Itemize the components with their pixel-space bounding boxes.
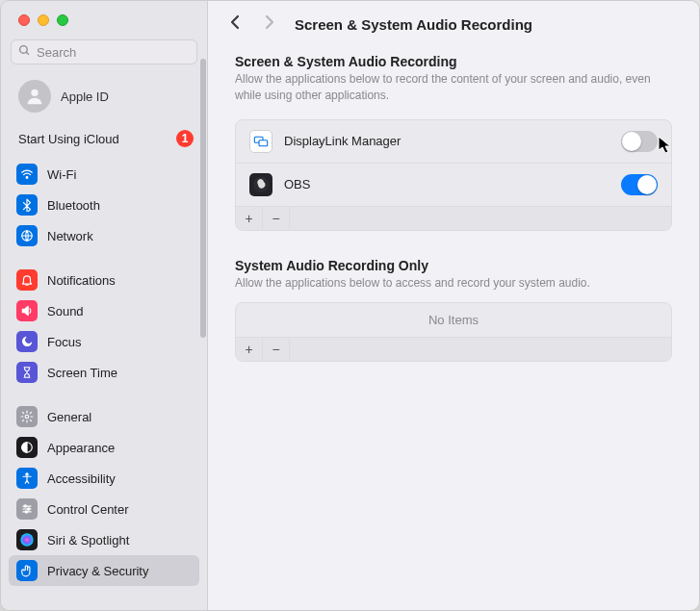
- search-icon: [18, 44, 31, 60]
- page-title: Screen & System Audio Recording: [295, 16, 532, 33]
- app-row-displaylink-manager: DisplayLink Manager: [236, 120, 671, 164]
- back-button[interactable]: [225, 14, 245, 35]
- bell-icon: [16, 269, 38, 291]
- svg-point-12: [28, 508, 30, 510]
- avatar: [18, 80, 51, 113]
- sidebar-item-network[interactable]: Network: [9, 220, 199, 251]
- sidebar-item-label: Focus: [47, 335, 81, 349]
- appearance-icon: [16, 437, 38, 458]
- icloud-row[interactable]: Start Using iCloud 1: [1, 120, 207, 159]
- sidebar-item-label: Bluetooth: [47, 198, 100, 213]
- sliders-icon: [16, 498, 38, 520]
- section1-title: Screen & System Audio Recording: [235, 54, 672, 69]
- screen-audio-app-list: DisplayLink Manager OBS + −: [235, 119, 672, 231]
- obs-icon: [249, 173, 272, 196]
- sidebar-item-label: Sound: [47, 304, 84, 318]
- sidebar-item-label: Appearance: [47, 441, 115, 455]
- header: Screen & System Audio Recording: [208, 1, 699, 44]
- sidebar-item-control-center[interactable]: Control Center: [9, 494, 199, 524]
- add-app-button-2[interactable]: +: [236, 338, 263, 361]
- svg-point-3: [26, 177, 28, 179]
- section2-desc: Allow the applications below to access a…: [235, 275, 672, 292]
- svg-line-1: [26, 52, 29, 55]
- svg-point-14: [20, 533, 33, 546]
- no-items-label: No Items: [236, 303, 671, 337]
- sidebar-item-label: Accessibility: [47, 471, 116, 486]
- settings-window: Apple ID Start Using iCloud 1 Wi-FiBluet…: [0, 0, 700, 611]
- app-row-obs: OBS: [236, 164, 671, 206]
- add-app-button[interactable]: +: [236, 207, 263, 230]
- gear-icon: [16, 406, 38, 427]
- minimize-window-button[interactable]: [38, 14, 49, 26]
- sidebar-item-label: Notifications: [47, 273, 116, 288]
- svg-point-11: [24, 505, 26, 507]
- sidebar-item-label: Siri & Spotlight: [47, 533, 129, 547]
- sidebar-item-notifications[interactable]: Notifications: [9, 265, 199, 295]
- sidebar-item-screen-time[interactable]: Screen Time: [9, 357, 199, 388]
- forward-button[interactable]: [260, 14, 279, 35]
- app-label: OBS: [284, 177, 609, 191]
- sidebar-item-privacy-security[interactable]: Privacy & Security: [9, 555, 199, 586]
- remove-app-button[interactable]: −: [263, 207, 290, 230]
- accessibility-icon: [16, 468, 38, 489]
- apple-id-row[interactable]: Apple ID: [1, 72, 207, 120]
- toggle-obs[interactable]: [621, 174, 658, 195]
- apple-id-label: Apple ID: [61, 89, 109, 104]
- sidebar-item-label: Network: [47, 229, 93, 243]
- section2-title: System Audio Recording Only: [235, 258, 672, 273]
- toggle-displaylink-manager[interactable]: [621, 131, 658, 152]
- svg-point-5: [25, 415, 29, 419]
- displaylink-icon: [249, 130, 272, 153]
- svg-point-13: [25, 511, 27, 513]
- moon-icon: [16, 331, 38, 352]
- search-box: [11, 39, 197, 64]
- zoom-window-button[interactable]: [57, 14, 68, 26]
- system-audio-section-header: System Audio Recording Only Allow the ap…: [208, 248, 699, 295]
- sidebar-item-bluetooth[interactable]: Bluetooth: [9, 190, 199, 220]
- bluetooth-icon: [16, 194, 38, 216]
- screen-audio-section-header: Screen & System Audio Recording Allow th…: [208, 44, 699, 108]
- hourglass-icon: [16, 362, 38, 383]
- globe-icon: [16, 225, 38, 246]
- sidebar-item-siri-spotlight[interactable]: Siri & Spotlight: [9, 524, 199, 555]
- sidebar-item-label: Wi-Fi: [47, 167, 76, 182]
- app-label: DisplayLink Manager: [284, 134, 609, 148]
- sidebar-item-label: General: [47, 410, 91, 424]
- svg-rect-16: [259, 140, 268, 145]
- sidebar-list: Wi-FiBluetoothNetworkNotificationsSoundF…: [1, 159, 207, 594]
- list-footer-2: + −: [236, 337, 671, 361]
- search-input[interactable]: [11, 39, 197, 64]
- sidebar-item-label: Screen Time: [47, 366, 117, 380]
- siri-icon: [16, 529, 38, 550]
- sidebar-item-sound[interactable]: Sound: [9, 295, 199, 326]
- svg-point-0: [20, 46, 28, 54]
- sidebar-item-label: Control Center: [47, 502, 129, 517]
- window-controls: [1, 1, 207, 36]
- svg-point-2: [31, 89, 38, 96]
- sidebar-item-wi-fi[interactable]: Wi-Fi: [9, 159, 199, 190]
- section1-desc: Allow the applications below to record t…: [235, 71, 672, 104]
- wifi-icon: [16, 164, 38, 185]
- sidebar-item-general[interactable]: General: [9, 401, 199, 432]
- svg-point-7: [26, 473, 28, 475]
- remove-app-button-2[interactable]: −: [263, 338, 290, 361]
- sidebar-item-accessibility[interactable]: Accessibility: [9, 463, 199, 494]
- sidebar-item-focus[interactable]: Focus: [9, 326, 199, 357]
- icloud-badge: 1: [176, 130, 194, 147]
- icloud-label: Start Using iCloud: [18, 132, 119, 146]
- sidebar: Apple ID Start Using iCloud 1 Wi-FiBluet…: [1, 1, 208, 610]
- system-audio-app-list: No Items + −: [235, 302, 672, 362]
- list-footer: + −: [236, 206, 671, 230]
- speaker-icon: [16, 300, 38, 321]
- content-pane: Screen & System Audio Recording Screen &…: [208, 1, 699, 610]
- scrollbar[interactable]: [200, 59, 206, 338]
- sidebar-item-label: Privacy & Security: [47, 564, 148, 578]
- sidebar-item-appearance[interactable]: Appearance: [9, 432, 199, 463]
- hand-icon: [16, 560, 38, 581]
- close-window-button[interactable]: [18, 14, 30, 26]
